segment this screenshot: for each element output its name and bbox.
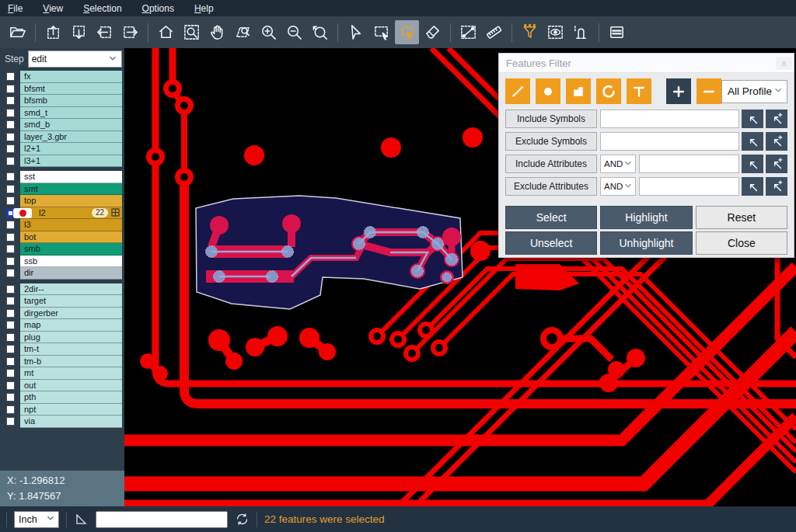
dialog-title-bar[interactable]: Features Filter x — [499, 54, 794, 73]
layer-row-layer_3.gbr[interactable]: layer_3.gbr — [0, 131, 124, 144]
include-attributes-input[interactable] — [639, 155, 739, 173]
zoom-out-button[interactable] — [282, 20, 306, 44]
menu-view[interactable]: View — [43, 3, 63, 14]
layer-row-sst[interactable]: sst — [0, 171, 124, 183]
layer-name-cell[interactable]: l3+1 — [20, 155, 122, 168]
exclude-attributes-operator-select[interactable]: AND — [600, 177, 636, 196]
layer-row-via[interactable]: via — [0, 416, 124, 428]
layer-checkbox[interactable] — [6, 172, 15, 181]
layer-name-cell[interactable]: via — [20, 416, 122, 428]
layer-checkbox[interactable] — [6, 357, 15, 366]
layer-row-npt[interactable]: npt — [0, 404, 124, 416]
include-symbols-button[interactable]: Include Symbols — [505, 110, 597, 128]
layer-checkbox[interactable] — [6, 96, 15, 105]
filter-funnel-button[interactable] — [518, 20, 542, 44]
layer-name-cell[interactable]: smt — [20, 183, 122, 196]
layer-checkbox[interactable] — [6, 269, 15, 277]
layer-row-bfsmb[interactable]: bfsmb — [0, 95, 124, 107]
layer-name-cell[interactable]: npt — [20, 404, 122, 416]
arrow-up-box-button[interactable] — [41, 20, 65, 44]
layer-name-cell[interactable]: sst — [20, 171, 122, 183]
layer-row-bfsmt[interactable]: bfsmt — [0, 83, 124, 96]
layer-checkbox[interactable] — [6, 417, 15, 426]
exclude-attributes-button[interactable]: Exclude Attributes — [505, 177, 597, 196]
remove-mode-button[interactable] — [696, 78, 721, 104]
dialog-close-button[interactable]: x — [776, 57, 792, 70]
layer-row-tm-t[interactable]: tm-t — [0, 343, 124, 356]
arrow-left-box-button[interactable] — [93, 20, 117, 44]
layer-row-bot[interactable]: bot — [0, 231, 124, 244]
layer-name-cell[interactable]: smd_b — [20, 119, 122, 131]
layer-name-cell[interactable]: bfsmb — [20, 95, 122, 107]
layer-row-smt[interactable]: smt — [0, 183, 124, 196]
layer-checkbox[interactable] — [6, 381, 15, 390]
layers-panel-button[interactable] — [605, 20, 629, 44]
layer-checkbox[interactable] — [6, 369, 15, 377]
layer-row-l2+1[interactable]: l2+1 — [0, 143, 124, 155]
menu-options[interactable]: Options — [142, 3, 174, 14]
zoom-previous-button[interactable] — [308, 20, 332, 44]
layer-name-cell[interactable]: top — [20, 195, 122, 207]
line-tool-button[interactable] — [505, 78, 530, 104]
step-select[interactable]: edit — [28, 50, 122, 68]
ruler-button[interactable] — [482, 20, 506, 44]
layer-row-smd_t[interactable]: smd_t — [0, 107, 124, 120]
layer-checkbox[interactable] — [6, 321, 15, 329]
layer-row-l3+1[interactable]: l3+1 — [0, 155, 124, 168]
layer-name-cell[interactable]: target — [20, 295, 122, 308]
zoom-in-button[interactable] — [257, 20, 281, 44]
home-button[interactable] — [154, 20, 178, 44]
layer-row-2dir--[interactable]: 2dir-- — [0, 283, 124, 296]
arrow-down-box-button[interactable] — [67, 20, 91, 44]
layer-name-cell[interactable]: l3 — [20, 219, 122, 231]
zoom-region-button[interactable] — [231, 20, 255, 44]
select-button[interactable]: Select — [505, 206, 597, 229]
unhighlight-button[interactable]: Unhighlight — [600, 231, 692, 255]
menu-selection[interactable]: Selection — [83, 3, 121, 14]
brush-button[interactable] — [421, 20, 445, 44]
layer-checkbox[interactable] — [6, 72, 15, 81]
exclude-attributes-pick-button[interactable] — [742, 177, 763, 196]
layer-row-pth[interactable]: pth — [0, 391, 124, 404]
layer-checkbox[interactable] — [6, 221, 15, 229]
command-input[interactable] — [96, 511, 228, 528]
layer-name-cell[interactable]: dir — [20, 267, 122, 280]
layer-checkbox[interactable] — [6, 345, 15, 353]
include-attributes-operator-select[interactable]: AND — [600, 155, 636, 173]
add-mode-button[interactable] — [666, 78, 691, 104]
layer-name-cell[interactable]: smb — [20, 243, 122, 256]
arc-tool-button[interactable] — [596, 78, 621, 104]
layer-checkbox[interactable] — [6, 393, 15, 402]
pan-hand-button[interactable] — [205, 20, 229, 44]
pad-tool-button[interactable] — [536, 78, 560, 104]
layer-checkbox[interactable] — [6, 144, 15, 153]
view-eye-button[interactable] — [543, 20, 567, 44]
snap-magnet-button[interactable] — [569, 20, 593, 44]
layer-name-cell[interactable]: plug — [20, 332, 122, 344]
layer-row-plug[interactable]: plug — [0, 332, 124, 344]
layer-checkbox[interactable] — [6, 257, 15, 266]
layer-row-map[interactable]: map — [0, 319, 124, 332]
layer-checkbox[interactable] — [6, 285, 15, 294]
layer-row-out[interactable]: out — [0, 380, 124, 392]
layer-name-cell[interactable]: map — [20, 319, 122, 332]
close-button[interactable]: Close — [696, 231, 787, 255]
layer-row-l2[interactable]: l222 — [0, 207, 124, 220]
arrow-right-box-button[interactable] — [118, 20, 142, 44]
layer-name-cell[interactable]: out — [20, 380, 122, 392]
menu-help[interactable]: Help — [194, 3, 214, 14]
layer-name-cell[interactable]: tm-t — [20, 343, 122, 356]
select-arrow-button[interactable] — [344, 20, 368, 44]
highlight-button[interactable]: Highlight — [600, 206, 692, 229]
layer-checkbox[interactable] — [6, 333, 15, 342]
exclude-symbols-pick-button[interactable] — [742, 132, 763, 151]
layer-checkbox[interactable] — [6, 157, 15, 165]
layer-checkbox[interactable] — [6, 196, 15, 205]
layer-row-tm-b[interactable]: tm-b — [0, 356, 124, 368]
layer-name-cell[interactable]: fx — [20, 71, 122, 83]
units-select[interactable]: Inch — [14, 511, 59, 528]
polygon-select-button[interactable] — [395, 20, 419, 44]
surface-tool-button[interactable] — [566, 78, 591, 104]
layer-checkbox[interactable] — [6, 309, 15, 318]
layer-row-smb[interactable]: smb — [0, 243, 124, 256]
